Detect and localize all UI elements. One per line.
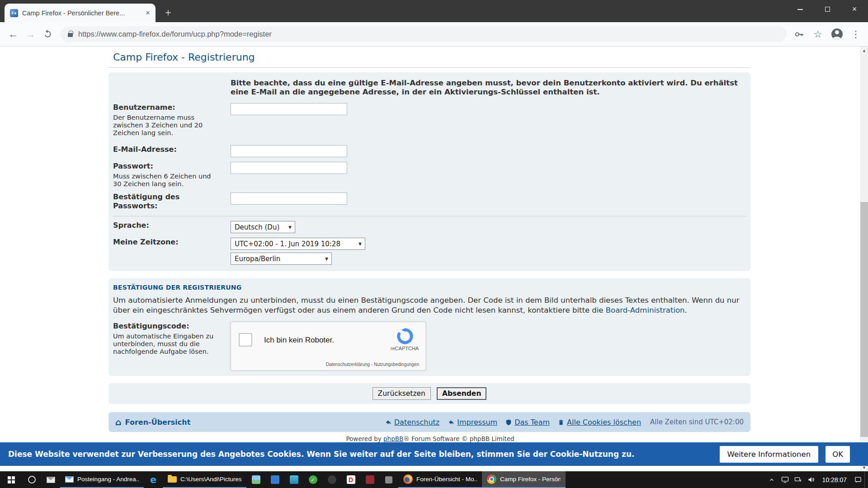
captcha-text-end: .: [685, 306, 687, 314]
shield-icon: [505, 419, 512, 426]
scrollbar-thumb[interactable]: [860, 202, 868, 437]
lock-icon[interactable]: [68, 33, 73, 37]
submit-button[interactable]: Absenden: [437, 387, 487, 400]
imprint-link[interactable]: Impressum: [448, 418, 497, 427]
reload-button[interactable]: [39, 26, 56, 43]
action-center-button[interactable]: [851, 471, 864, 488]
pinned-app-2[interactable]: [41, 471, 60, 488]
taskbar-item-label: C:\Users\Andi\Pictures...: [180, 476, 241, 483]
form-divider: [113, 216, 746, 216]
captcha-row: Bestätigungscode: Um automatische Eingab…: [108, 322, 750, 371]
password-input[interactable]: [231, 162, 347, 174]
bookmark-star-button[interactable]: ☆: [810, 27, 826, 42]
phpbb-link[interactable]: phpBB: [383, 435, 403, 442]
pinned-app-8[interactable]: D: [341, 471, 360, 488]
recaptcha-label: Ich bin kein Roboter.: [264, 336, 334, 345]
pinned-app-4[interactable]: [265, 471, 284, 488]
address-bar[interactable]: https://www.camp-firefox.de/forum/ucp.ph…: [61, 26, 787, 42]
pinned-app-1[interactable]: [22, 471, 41, 488]
board-index-label: Foren-Übersicht: [125, 418, 191, 427]
captcha-panel: BESTÄTIGUNG DER REGISTRIERUNG Um automat…: [108, 278, 750, 376]
tab-favicon-icon: Fx: [10, 9, 18, 17]
pinned-app-3[interactable]: [246, 471, 265, 488]
recaptcha-logo-icon: [396, 328, 414, 347]
tray-expand-button[interactable]: [765, 471, 778, 488]
new-tab-button[interactable]: +: [162, 6, 175, 19]
username-note: Der Benutzername muss zwischen 3 Zeichen…: [113, 114, 221, 137]
photos-icon: [252, 475, 260, 484]
tray-volume[interactable]: [805, 471, 818, 488]
pinned-app-5[interactable]: [284, 471, 303, 488]
captcha-heading: BESTÄTIGUNG DER REGISTRIERUNG: [113, 284, 746, 291]
profile-button[interactable]: [829, 27, 844, 42]
reload-icon: [43, 29, 52, 39]
recaptcha-terms-link[interactable]: Datenschutzerklärung - Nutzungsbedingung…: [326, 362, 419, 367]
privacy-link[interactable]: Datenschutz: [385, 418, 439, 427]
timezone-city-select[interactable]: Europa/Berlin ▼: [231, 253, 332, 265]
taskbar: Posteingang - Andrea... e C:\Users\Andi\…: [0, 471, 868, 488]
recaptcha-brand: reCAPTCHA: [389, 346, 420, 351]
back-button[interactable]: ←: [5, 26, 22, 43]
teal-app-icon: [290, 475, 298, 484]
taskbar-item-chrome[interactable]: Camp Firefox - Persön...: [482, 471, 566, 488]
board-administration-link[interactable]: Board-Administration: [606, 306, 685, 314]
powered-text-suffix: ® Forum Software © phpBB Limited: [403, 435, 514, 442]
key-icon: [794, 29, 804, 39]
window-controls: ×: [787, 0, 868, 19]
cookie-info-button[interactable]: Weitere Informationen: [720, 446, 819, 463]
recaptcha-checkbox[interactable]: [239, 333, 252, 347]
url-text[interactable]: https://www.camp-firefox.de/forum/ucp.ph…: [78, 30, 272, 38]
password-key-button[interactable]: [791, 27, 807, 42]
pinned-app-7[interactable]: [322, 471, 341, 488]
cookie-ok-button[interactable]: OK: [826, 446, 850, 463]
taskbar-item-mail[interactable]: Posteingang - Andrea...: [60, 471, 144, 488]
browser-toolbar: ← → https://www.camp-firefox.de/forum/uc…: [0, 22, 868, 47]
confirm-password-input[interactable]: [231, 192, 347, 205]
forward-button[interactable]: →: [22, 26, 39, 43]
confirm-password-row: Bestätigung des Passworts:: [108, 192, 750, 211]
browser-tab[interactable]: Fx Camp Firefox - Persönlicher Bere... ×: [5, 4, 156, 22]
board-index-link[interactable]: ⌂ Foren-Übersicht: [115, 418, 190, 427]
taskbar-item-firefox[interactable]: Foren-Übersicht - Mo...: [398, 471, 482, 488]
team-label: Das Team: [514, 418, 550, 427]
delete-cookies-link[interactable]: Alle Cookies löschen: [558, 418, 641, 427]
show-desktop-button[interactable]: [864, 471, 867, 488]
submit-panel: Zurücksetzen Absenden: [108, 383, 750, 404]
pinned-app-10[interactable]: [379, 471, 398, 488]
chevron-down-icon: ▼: [325, 257, 328, 261]
pinned-app-9[interactable]: [360, 471, 379, 488]
taskbar-item-label: Posteingang - Andrea...: [77, 476, 139, 483]
page-viewport: Camp Firefox - Registrierung Bitte beach…: [0, 47, 868, 471]
maximize-button[interactable]: [814, 0, 841, 19]
delete-cookies-label: Alle Cookies löschen: [567, 418, 641, 427]
reset-button[interactable]: Zurücksetzen: [373, 387, 431, 400]
system-tray: 10:28:07: [765, 471, 868, 488]
email-input[interactable]: [231, 145, 347, 157]
username-label: Benutzername:: [113, 103, 215, 112]
timezone-select[interactable]: UTC+02:00 - 1. Jun 2019 10:28 ▼: [231, 238, 365, 250]
team-link[interactable]: Das Team: [505, 418, 550, 427]
edge-icon: e: [150, 474, 156, 485]
taskbar-clock[interactable]: 10:28:07: [818, 476, 852, 483]
taskbar-item-explorer[interactable]: C:\Users\Andi\Pictures...: [163, 471, 246, 488]
username-input[interactable]: [231, 103, 347, 115]
vertical-scrollbar[interactable]: ▲ ▼: [860, 47, 868, 471]
menu-button[interactable]: ⋮: [848, 27, 863, 42]
caret-up-icon: [769, 477, 775, 483]
scroll-up-icon[interactable]: ▲: [860, 47, 868, 54]
blue-app-icon: [271, 475, 279, 484]
language-select[interactable]: Deutsch (Du) ▼: [231, 221, 295, 233]
close-button[interactable]: ×: [841, 0, 868, 19]
pinned-app-6[interactable]: ✓: [303, 471, 322, 488]
reply-arrow-icon: [448, 419, 454, 426]
tray-display[interactable]: [778, 471, 792, 488]
tab-close-icon[interactable]: ×: [144, 9, 152, 18]
taskbar-item-edge[interactable]: e: [144, 471, 163, 488]
minimize-button[interactable]: [787, 0, 814, 19]
password-note: Muss zwischen 6 Zeichen und 30 Zeichen l…: [113, 173, 221, 188]
start-button[interactable]: [0, 471, 22, 488]
cookie-message: Diese Website verwendet zur Verbesserung…: [8, 450, 712, 459]
powered-text: Powered by: [346, 435, 383, 442]
timezone-city-value: Europa/Berlin: [235, 255, 280, 263]
tray-network[interactable]: [792, 471, 805, 488]
